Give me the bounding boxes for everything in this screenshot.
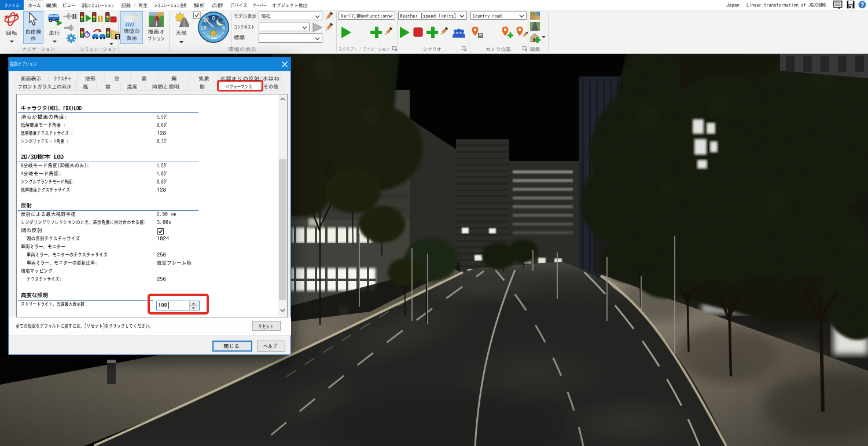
svg-text:0: 0 bbox=[212, 14, 215, 21]
svg-text:18: 18 bbox=[200, 24, 207, 31]
svg-text:?: ? bbox=[860, 2, 864, 8]
